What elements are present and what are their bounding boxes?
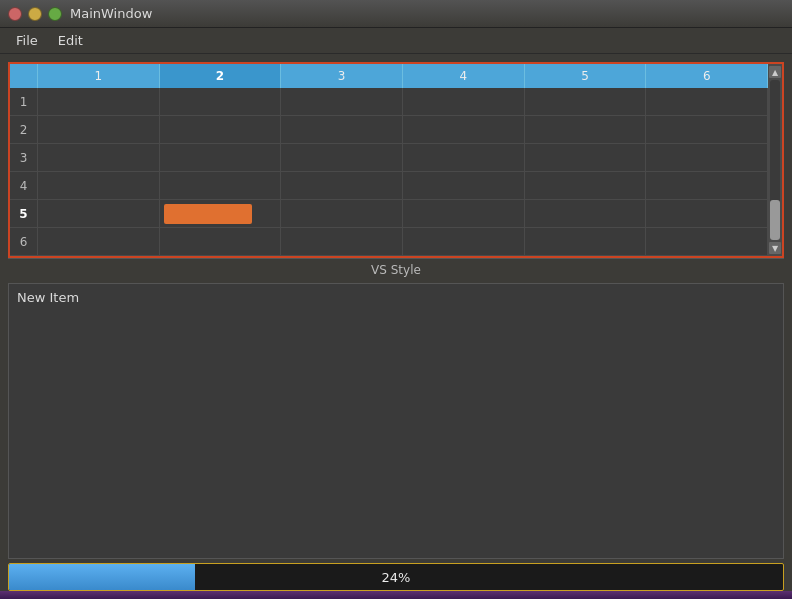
grid-cell-4-2[interactable] (160, 172, 282, 199)
window-controls (8, 7, 62, 21)
grid-cell-6-2[interactable] (160, 228, 282, 255)
grid-cell-5-2[interactable] (160, 200, 282, 227)
scroll-thumb[interactable] (770, 200, 780, 240)
grid-cell-6-4[interactable] (403, 228, 525, 255)
grid-cell-3-4[interactable] (403, 144, 525, 171)
grid-cell-3-6[interactable] (646, 144, 768, 171)
scroll-track[interactable] (770, 80, 780, 240)
grid-cell-6-6[interactable] (646, 228, 768, 255)
maximize-button[interactable] (48, 7, 62, 21)
scroll-up-arrow[interactable]: ▲ (769, 66, 781, 78)
grid-cell-4-3[interactable] (281, 172, 403, 199)
grid-cell-5-1[interactable] (38, 200, 160, 227)
vs-style-label: VS Style (8, 258, 784, 281)
progress-bar-container: 24% (8, 563, 784, 591)
minimize-button[interactable] (28, 7, 42, 21)
grid-row-num-2: 2 (10, 116, 38, 143)
grid-cell-1-4[interactable] (403, 88, 525, 115)
grid-cell-4-6[interactable] (646, 172, 768, 199)
grid-col-header-5[interactable]: 5 (525, 64, 647, 88)
title-bar: MainWindow (0, 0, 792, 28)
grid-cell-3-1[interactable] (38, 144, 160, 171)
bottom-bar (0, 591, 792, 599)
grid-col-header-4[interactable]: 4 (403, 64, 525, 88)
grid-cell-4-1[interactable] (38, 172, 160, 199)
grid-col-header-1[interactable]: 1 (38, 64, 160, 88)
grid-cell-2-5[interactable] (525, 116, 647, 143)
grid-cell-2-4[interactable] (403, 116, 525, 143)
grid-cell-6-5[interactable] (525, 228, 647, 255)
grid-col-header-3[interactable]: 3 (281, 64, 403, 88)
grid-row-6: 6 (10, 228, 768, 256)
grid-row-num-4: 4 (10, 172, 38, 199)
window-title: MainWindow (70, 6, 152, 21)
grid-col-header-6[interactable]: 6 (646, 64, 768, 88)
grid-row-5: 5 (10, 200, 768, 228)
grid-body: 1 2 (10, 88, 768, 256)
grid-cell-6-3[interactable] (281, 228, 403, 255)
menu-item-edit[interactable]: Edit (48, 30, 93, 51)
grid-row-2: 2 (10, 116, 768, 144)
grid-cell-2-6[interactable] (646, 116, 768, 143)
grid-row-num-6: 6 (10, 228, 38, 255)
grid-row-3: 3 (10, 144, 768, 172)
grid-cell-2-2[interactable] (160, 116, 282, 143)
grid-cell-3-3[interactable] (281, 144, 403, 171)
grid-cell-5-4[interactable] (403, 200, 525, 227)
grid-row-num-1: 1 (10, 88, 38, 115)
menu-item-file[interactable]: File (6, 30, 48, 51)
grid-cell-1-3[interactable] (281, 88, 403, 115)
grid-cell-3-5[interactable] (525, 144, 647, 171)
menu-bar: File Edit (0, 28, 792, 54)
cell-item[interactable] (164, 204, 252, 224)
list-item-new-item[interactable]: New Item (9, 284, 783, 311)
grid-cell-2-1[interactable] (38, 116, 160, 143)
grid-row-num-5: 5 (10, 200, 38, 227)
spreadsheet-grid: 1 2 3 4 5 6 1 (8, 62, 784, 258)
grid-cell-1-6[interactable] (646, 88, 768, 115)
grid-cell-6-1[interactable] (38, 228, 160, 255)
close-button[interactable] (8, 7, 22, 21)
grid-cell-5-6[interactable] (646, 200, 768, 227)
grid-row-4: 4 (10, 172, 768, 200)
grid-cell-4-5[interactable] (525, 172, 647, 199)
grid-cell-3-2[interactable] (160, 144, 282, 171)
grid-cell-2-3[interactable] (281, 116, 403, 143)
main-content: 1 2 3 4 5 6 1 (0, 54, 792, 599)
grid-col-header-2[interactable]: 2 (160, 64, 282, 88)
grid-cell-1-2[interactable] (160, 88, 282, 115)
list-container: New Item (8, 283, 784, 559)
grid-cell-4-4[interactable] (403, 172, 525, 199)
grid-cell-1-1[interactable] (38, 88, 160, 115)
grid-corner (10, 64, 38, 88)
progress-label: 24% (9, 570, 783, 585)
grid-row-1: 1 (10, 88, 768, 116)
grid-cell-5-3[interactable] (281, 200, 403, 227)
grid-header-row: 1 2 3 4 5 6 (10, 64, 768, 88)
grid-cell-5-5[interactable] (525, 200, 647, 227)
grid-row-num-3: 3 (10, 144, 38, 171)
scroll-down-arrow[interactable]: ▼ (769, 242, 781, 254)
grid-scrollbar[interactable]: ▲ ▼ (768, 64, 782, 256)
grid-main: 1 2 3 4 5 6 1 (10, 64, 768, 256)
grid-cell-1-5[interactable] (525, 88, 647, 115)
